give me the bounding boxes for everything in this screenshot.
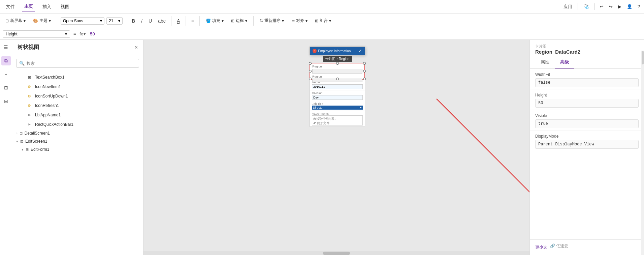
card-region-input: [312, 69, 362, 74]
new-screen-button[interactable]: ⊡ 新屏幕 ▾: [3, 17, 28, 25]
sidebar-data[interactable]: ⊞: [1, 83, 11, 92]
nav-redo[interactable]: ↪: [609, 4, 613, 9]
ribbon-sep1: [57, 16, 57, 26]
tree-item-iconrefresh-icon: ⚙: [26, 103, 32, 109]
theme-button[interactable]: 🎨 主题 ▾: [30, 17, 54, 25]
sidebar-icons: ☰ ⧉ + ⊞ ⊟: [0, 40, 12, 255]
tree-item-iconnewitem-icon: ⚙: [26, 84, 32, 90]
text-format-button[interactable]: abc: [156, 17, 168, 25]
nav-help[interactable]: ?: [638, 4, 640, 9]
underline-button[interactable]: U: [147, 17, 154, 25]
border-button[interactable]: ⊞ 边框 ▾: [228, 17, 250, 25]
top-nav-right: 应用 🩺 ↩ ↪ ▶ 👤 ?: [564, 3, 640, 10]
handle-bm[interactable]: [336, 78, 339, 80]
tree-item-iconsortupdown[interactable]: ⚙ IconSortUpDown1: [12, 91, 143, 101]
font-size-chevron: ▾: [118, 19, 120, 23]
tree-group-editform[interactable]: ▾ ⊞ EditForm1: [12, 145, 143, 153]
tree-group-detailscreen[interactable]: › ⊡ DetailScreen1: [12, 129, 143, 137]
group-chevron-right: ›: [16, 131, 18, 135]
tab-advanced[interactable]: 高级: [555, 56, 574, 68]
props-scrollbar-thumb[interactable]: [642, 51, 644, 64]
sidebar-add[interactable]: +: [1, 69, 11, 79]
nav-user[interactable]: 👤: [627, 4, 632, 9]
field-jobtitle-chevron: ▾: [360, 106, 362, 109]
tree-close-button[interactable]: ×: [135, 45, 138, 51]
nav-view[interactable]: 视图: [59, 2, 71, 11]
fill-button[interactable]: 🪣 填充 ▾: [203, 17, 226, 25]
handle-br[interactable]: [363, 78, 366, 80]
align2-button[interactable]: ⊨ 对齐 ▾: [289, 17, 310, 25]
field-row-jobtitle: Job Title Director ▾: [310, 101, 365, 111]
bold-button[interactable]: B: [130, 17, 137, 25]
handle-tm[interactable]: [336, 62, 339, 65]
tree-items: ⊞ TextSearchBox1 ⚙ IconNewItem1 ⚙ IconSo…: [12, 71, 143, 255]
underline-icon: U: [149, 18, 152, 24]
prop-row-displaymode: DisplayMode Parent.DisplayMode.View: [530, 131, 644, 151]
handle-bl[interactable]: [309, 78, 312, 80]
formula-fx-button[interactable]: fx ▾: [79, 31, 86, 36]
reorder-button[interactable]: ⇅ 重新排序 ▾: [257, 17, 287, 25]
formula-input[interactable]: [88, 31, 641, 37]
tree-item-iconrefresh[interactable]: ⚙ IconRefresh1: [12, 101, 143, 110]
handle-tr[interactable]: [363, 62, 366, 65]
scrollbar-thumb[interactable]: [323, 252, 350, 255]
tree-item-lblappname[interactable]: ✏ LblAppName1: [12, 110, 143, 120]
props-yida-btn[interactable]: 🔗 亿逮云: [550, 243, 568, 252]
tree-item-textsearchbox[interactable]: ⊞ TextSearchBox1: [12, 73, 143, 82]
group-label: 组合: [320, 18, 328, 24]
nav-file[interactable]: 文件: [4, 2, 17, 11]
nav-home[interactable]: 主页: [22, 2, 35, 11]
nav-app[interactable]: 应用: [564, 4, 572, 10]
tree-item-rectquick[interactable]: ✂ RectQuickActionBar1: [12, 120, 143, 129]
prop-visible-value[interactable]: true: [535, 119, 639, 128]
tree-search-box[interactable]: 🔍: [16, 59, 139, 68]
prop-displaymode-value[interactable]: Parent.DisplayMode.View: [535, 140, 639, 149]
new-screen-label: 新屏幕: [10, 18, 22, 24]
font-family-select[interactable]: Open Sans ▾: [61, 17, 104, 25]
italic-button[interactable]: /: [139, 17, 144, 25]
sidebar-variables[interactable]: ⊟: [1, 96, 11, 106]
nav-insert[interactable]: 插入: [40, 2, 53, 11]
canvas-scrollbar[interactable]: [143, 251, 529, 255]
reorder-chevron: ▾: [282, 19, 284, 23]
form-title-text: Employee Information: [318, 49, 351, 53]
tree-group-editscreen[interactable]: ▾ ⊡ EditScreen1: [12, 137, 143, 145]
attach-text1: 未找到任何内容。: [313, 117, 361, 121]
field-division-label: Division: [312, 91, 363, 95]
tree-item-textsearchbox-icon: ⊞: [26, 74, 32, 80]
handle-ml[interactable]: [309, 70, 312, 73]
prop-widthfit-value[interactable]: false: [535, 78, 639, 87]
field-region-value: 2910111: [312, 84, 363, 89]
field-jobtitle-select[interactable]: Director ▾: [312, 106, 363, 110]
props-more-button[interactable]: 更少选: [535, 243, 547, 252]
nav-run[interactable]: ▶: [618, 4, 621, 9]
font-color-icon: A̲: [177, 18, 180, 24]
group-button[interactable]: ⊞ 组合 ▾: [312, 17, 334, 25]
border-icon: ⊞: [231, 19, 234, 23]
svg-line-1: [437, 99, 529, 202]
formula-selector[interactable]: Height ▾: [3, 30, 70, 38]
nav-diagnostics[interactable]: 🩺: [583, 4, 589, 9]
props-type-label: 卡片图: [535, 44, 639, 49]
search-input[interactable]: [27, 61, 136, 66]
group-icon: ⊞: [315, 19, 318, 23]
tree-item-iconrefresh-label: IconRefresh1: [35, 103, 59, 108]
font-color-button[interactable]: A̲: [175, 17, 182, 25]
sidebar-hamburger[interactable]: ☰: [1, 42, 11, 52]
form-save-button[interactable]: ✓: [358, 48, 362, 54]
sidebar-layers[interactable]: ⧉: [1, 56, 11, 65]
handle-mr[interactable]: [363, 70, 366, 73]
form-close-button[interactable]: ×: [313, 49, 317, 53]
align-button[interactable]: ≡: [189, 17, 196, 25]
nav-undo[interactable]: ↩: [600, 4, 604, 9]
reorder-label: 重新排序: [264, 18, 281, 24]
prop-height-value[interactable]: 50: [535, 99, 639, 108]
font-size-select[interactable]: 21 ▾: [106, 17, 123, 25]
tab-properties[interactable]: 属性: [535, 56, 555, 68]
tree-header: 树状视图 ×: [12, 40, 143, 55]
prop-row-visible: Visible true: [530, 110, 644, 131]
tree-item-iconnewitem[interactable]: ⚙ IconNewItem1: [12, 82, 143, 91]
handle-tl[interactable]: [309, 62, 312, 65]
field-row-division: Division Dev: [310, 90, 365, 101]
selected-card-box[interactable]: Region Region: [310, 63, 365, 80]
